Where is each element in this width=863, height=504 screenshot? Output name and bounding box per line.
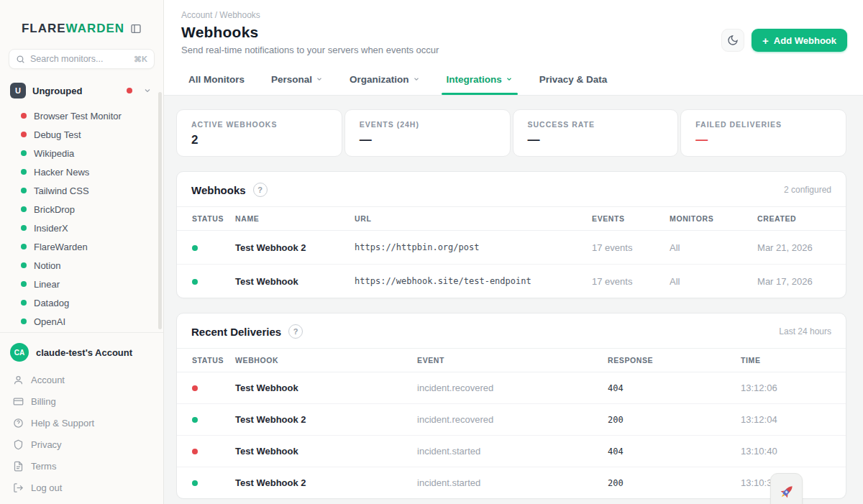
sidebar-item-monitor[interactable]: Debug Test <box>0 125 163 144</box>
status-dot <box>21 150 27 156</box>
delivery-response: 200 <box>602 467 735 499</box>
add-webhook-button[interactable]: + Add Webhook <box>752 29 847 52</box>
logo-row: FLAREWARDEN <box>0 0 163 36</box>
stats-row: ACTIVE WEBHOOKS 2 EVENTS (24H) — SUCCESS… <box>176 109 846 157</box>
delivery-event: incident.recovered <box>411 404 602 436</box>
status-dot <box>192 480 198 486</box>
table-row[interactable]: Test Webhook 2 https://httpbin.org/post … <box>177 231 846 265</box>
search-placeholder: Search monitors... <box>30 54 129 64</box>
status-dot <box>192 279 198 285</box>
account-switcher[interactable]: CA claude-test's Account <box>10 340 153 365</box>
app-logo: FLAREWARDEN <box>22 22 124 36</box>
webhooks-card-title: Webhooks <box>191 184 246 196</box>
delivery-event: incident.started <box>411 467 602 499</box>
sidebar-item-monitor[interactable]: Notion <box>0 256 163 275</box>
col-status: STATUS <box>177 207 229 231</box>
main-panel: Account / Webhooks Webhooks Send real-ti… <box>164 0 863 504</box>
monitor-label: Datadog <box>34 298 69 308</box>
status-dot <box>21 188 27 193</box>
monitor-label: Linear <box>34 279 60 290</box>
sidebar-item-monitor[interactable]: OpenAI <box>0 312 163 331</box>
col-name: NAME <box>229 207 349 231</box>
webhook-monitors: All <box>664 265 752 298</box>
menu-label: Log out <box>31 482 62 493</box>
sidebar-item-monitor[interactable]: Hacker News <box>0 162 163 181</box>
sidebar-item-monitor[interactable]: InsiderX <box>0 219 163 237</box>
rocket-widget-button[interactable] <box>770 473 803 504</box>
table-row[interactable]: Test Webhook incident.recovered 404 13:1… <box>177 372 846 404</box>
configured-count: 2 configured <box>784 185 831 195</box>
plus-icon: + <box>762 35 769 47</box>
sidebar-item-terms[interactable]: Terms <box>10 455 153 477</box>
tab-integrations[interactable]: Integrations <box>447 63 513 95</box>
sidebar-item-billing[interactable]: Billing <box>10 390 153 412</box>
account-name: claude-test's Account <box>36 347 132 358</box>
sidebar-item-monitor[interactable]: FlareWarden <box>0 237 163 256</box>
sidebar-item-monitor[interactable]: Browser Test Monitor <box>0 106 163 125</box>
status-dot <box>21 300 27 306</box>
sidebar-item-monitor[interactable]: Wikipedia <box>0 144 163 162</box>
delivery-webhook: Test Webhook <box>229 436 411 467</box>
sidebar-group-ungrouped[interactable]: U Ungrouped <box>0 81 163 101</box>
sidebar-item-privacy[interactable]: Privacy <box>10 434 153 455</box>
menu-label: Account <box>31 375 65 385</box>
moon-icon <box>727 35 739 46</box>
tab-bar: All Monitors Personal Organization Integ… <box>164 63 863 96</box>
logo-text-warden: WARDEN <box>66 22 125 35</box>
sidebar-item-help-support[interactable]: Help & Support <box>10 412 153 434</box>
tab-privacy-data[interactable]: Privacy & Data <box>539 63 608 95</box>
search-input[interactable]: Search monitors... ⌘K <box>9 49 155 69</box>
deliveries-card-title: Recent Deliveries <box>191 326 281 338</box>
col-url: URL <box>349 207 586 231</box>
sidebar-scrollbar[interactable] <box>158 92 162 329</box>
status-dot <box>21 244 27 249</box>
chevron-down-icon <box>143 86 152 95</box>
status-dot <box>21 262 27 268</box>
stat-success-rate: SUCCESS RATE — <box>513 109 679 157</box>
table-row[interactable]: Test Webhook incident.started 404 13:10:… <box>177 436 846 467</box>
status-dot <box>21 206 27 212</box>
help-icon[interactable]: ? <box>253 183 268 197</box>
dark-mode-toggle-button[interactable] <box>721 29 744 52</box>
col-created: CREATED <box>752 207 846 231</box>
status-dot <box>21 281 27 287</box>
sidebar-item-monitor[interactable]: Datadog <box>0 293 163 312</box>
webhooks-table: STATUS NAME URL EVENTS MONITORS CREATED … <box>177 207 846 298</box>
col-webhook: WEBHOOK <box>229 349 411 372</box>
menu-label: Billing <box>31 396 56 407</box>
delivery-event: incident.recovered <box>411 372 602 404</box>
table-row[interactable]: Test Webhook 2 incident.started 200 13:1… <box>177 467 846 499</box>
chevron-down-icon <box>506 75 513 83</box>
menu-label: Privacy <box>31 439 62 450</box>
sidebar-item-logout[interactable]: Log out <box>10 477 153 498</box>
monitor-label: FlareWarden <box>34 242 88 252</box>
delivery-response: 404 <box>602 372 735 404</box>
tab-organization[interactable]: Organization <box>350 63 420 95</box>
breadcrumb[interactable]: Account / Webhooks <box>181 10 439 20</box>
stat-failed-deliveries: FAILED DELIVERIES — <box>680 109 846 157</box>
status-dot <box>21 169 27 175</box>
monitor-label: Debug Test <box>34 129 81 140</box>
sidebar-collapse-icon[interactable] <box>130 23 142 35</box>
sidebar-item-monitor[interactable]: BrickDrop <box>0 200 163 219</box>
help-icon[interactable]: ? <box>288 324 303 339</box>
credit-card-icon <box>13 396 24 407</box>
delivery-time: 13:12:06 <box>735 372 846 404</box>
content-area: ACTIVE WEBHOOKS 2 EVENTS (24H) — SUCCESS… <box>164 96 863 504</box>
table-row[interactable]: Test Webhook 2 incident.recovered 200 13… <box>177 404 846 436</box>
webhook-url: https://webhook.site/test-endpoint <box>355 275 534 288</box>
tab-all-monitors[interactable]: All Monitors <box>188 63 245 95</box>
sidebar-item-monitor[interactable]: Linear <box>0 275 163 293</box>
col-monitors: MONITORS <box>664 207 752 231</box>
sidebar: FLAREWARDEN Search monitors... ⌘K U Ungr… <box>0 0 164 504</box>
delivery-event: incident.started <box>411 436 602 467</box>
tab-personal[interactable]: Personal <box>271 63 323 95</box>
sidebar-item-account[interactable]: Account <box>10 369 153 390</box>
logout-icon <box>13 482 24 493</box>
delivery-webhook: Test Webhook 2 <box>229 467 411 499</box>
status-dot <box>21 319 27 324</box>
table-row[interactable]: Test Webhook https://webhook.site/test-e… <box>177 265 846 298</box>
monitor-label: Wikipedia <box>34 148 74 159</box>
sidebar-item-monitor[interactable]: Tailwind CSS <box>0 181 163 200</box>
monitor-label: Browser Test Monitor <box>34 111 122 122</box>
